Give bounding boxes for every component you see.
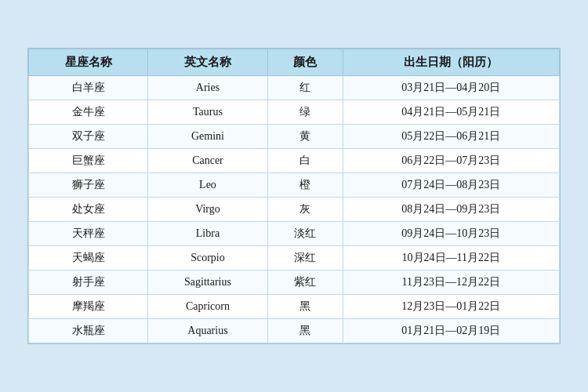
table-row: 白羊座Aries红03月21日—04月20日 [29, 76, 560, 100]
header-col-3: 出生日期（阳历） [343, 49, 559, 76]
cell-5-1: Virgo [148, 198, 267, 222]
cell-8-2: 紫红 [267, 270, 343, 295]
table-row: 射手座Sagittarius紫红11月23日—12月22日 [29, 270, 560, 295]
cell-0-2: 红 [267, 76, 343, 100]
cell-9-2: 黑 [267, 295, 343, 319]
cell-4-0: 狮子座 [29, 173, 148, 198]
cell-3-0: 巨蟹座 [29, 149, 148, 173]
cell-3-1: Cancer [148, 149, 267, 173]
cell-7-3: 10月24日—11月22日 [343, 246, 559, 270]
header-col-2: 颜色 [267, 49, 343, 76]
cell-5-3: 08月24日—09月23日 [343, 198, 559, 222]
cell-6-0: 天秤座 [29, 222, 148, 246]
table-row: 天蝎座Scorpio深红10月24日—11月22日 [29, 246, 560, 270]
cell-6-1: Libra [148, 222, 267, 246]
table-header-row: 星座名称英文名称颜色出生日期（阳历） [29, 49, 560, 76]
cell-10-0: 水瓶座 [29, 319, 148, 343]
cell-7-0: 天蝎座 [29, 246, 148, 270]
table-row: 金牛座Taurus绿04月21日—05月21日 [29, 100, 560, 125]
header-col-0: 星座名称 [29, 49, 148, 76]
cell-9-3: 12月23日—01月22日 [343, 295, 559, 319]
cell-1-2: 绿 [267, 100, 343, 125]
table-row: 天秤座Libra淡红09月24日—10月23日 [29, 222, 560, 246]
cell-9-1: Capricorn [148, 295, 267, 319]
cell-1-0: 金牛座 [29, 100, 148, 125]
cell-1-1: Taurus [148, 100, 267, 125]
cell-1-3: 04月21日—05月21日 [343, 100, 559, 125]
zodiac-table-container: 星座名称英文名称颜色出生日期（阳历） 白羊座Aries红03月21日—04月20… [27, 48, 561, 344]
cell-2-3: 05月22日—06月21日 [343, 125, 559, 149]
cell-2-1: Gemini [148, 125, 267, 149]
cell-10-1: Aquarius [148, 319, 267, 343]
table-body: 白羊座Aries红03月21日—04月20日金牛座Taurus绿04月21日—0… [29, 76, 560, 343]
cell-3-2: 白 [267, 149, 343, 173]
table-row: 狮子座Leo橙07月24日—08月23日 [29, 173, 560, 198]
table-row: 巨蟹座Cancer白06月22日—07月23日 [29, 149, 560, 173]
cell-4-2: 橙 [267, 173, 343, 198]
cell-6-3: 09月24日—10月23日 [343, 222, 559, 246]
zodiac-table: 星座名称英文名称颜色出生日期（阳历） 白羊座Aries红03月21日—04月20… [28, 49, 560, 343]
cell-8-0: 射手座 [29, 270, 148, 295]
cell-7-2: 深红 [267, 246, 343, 270]
table-row: 摩羯座Capricorn黑12月23日—01月22日 [29, 295, 560, 319]
cell-0-1: Aries [148, 76, 267, 100]
cell-5-2: 灰 [267, 198, 343, 222]
cell-4-1: Leo [148, 173, 267, 198]
cell-2-2: 黄 [267, 125, 343, 149]
table-row: 处女座Virgo灰08月24日—09月23日 [29, 198, 560, 222]
cell-7-1: Scorpio [148, 246, 267, 270]
cell-8-1: Sagittarius [148, 270, 267, 295]
cell-0-3: 03月21日—04月20日 [343, 76, 559, 100]
cell-3-3: 06月22日—07月23日 [343, 149, 559, 173]
cell-8-3: 11月23日—12月22日 [343, 270, 559, 295]
cell-2-0: 双子座 [29, 125, 148, 149]
table-row: 双子座Gemini黄05月22日—06月21日 [29, 125, 560, 149]
cell-5-0: 处女座 [29, 198, 148, 222]
table-row: 水瓶座Aquarius黑01月21日—02月19日 [29, 319, 560, 343]
cell-0-0: 白羊座 [29, 76, 148, 100]
cell-10-3: 01月21日—02月19日 [343, 319, 559, 343]
cell-6-2: 淡红 [267, 222, 343, 246]
cell-4-3: 07月24日—08月23日 [343, 173, 559, 198]
cell-9-0: 摩羯座 [29, 295, 148, 319]
header-col-1: 英文名称 [148, 49, 267, 76]
cell-10-2: 黑 [267, 319, 343, 343]
